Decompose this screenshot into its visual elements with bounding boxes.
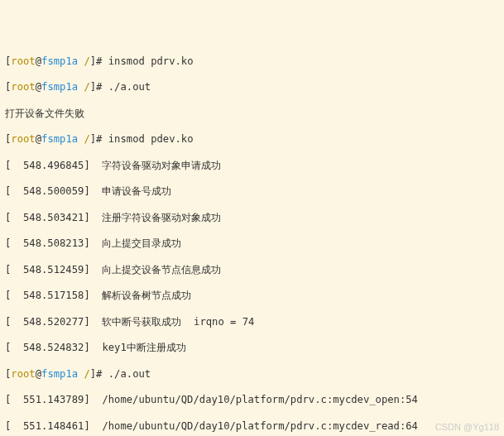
output-line: [ 548.496845] 字符设备驱动对象申请成功 <box>5 160 499 173</box>
prompt-at: @ <box>36 368 41 380</box>
command-text[interactable]: insmod pdrv.ko <box>108 55 194 67</box>
terminal-line: [root@fsmp1a /]# ./a.out <box>5 81 499 94</box>
prompt-path: / <box>78 368 90 380</box>
command-text[interactable]: insmod pdev.ko <box>108 133 194 145</box>
output-line: [ 548.512459] 向上提交设备节点信息成功 <box>5 264 499 277</box>
prompt-close: ]# <box>90 81 108 93</box>
output-line: [ 551.148461] /home/ubuntu/QD/day10/plat… <box>5 420 499 434</box>
output-line: [ 548.520277] 软中断号获取成功 irqno = 74 <box>5 316 499 329</box>
prompt-path: / <box>78 55 90 67</box>
prompt-path: / <box>78 81 90 93</box>
output-line: [ 551.143789] /home/ubuntu/QD/day10/plat… <box>5 394 499 407</box>
prompt-user: root <box>11 81 35 93</box>
watermark-text: CSDN @Yg118 <box>435 421 499 433</box>
terminal-line: [root@fsmp1a /]# insmod pdrv.ko <box>5 55 499 69</box>
output-line: [ 548.503421] 注册字符设备驱动对象成功 <box>5 212 499 225</box>
prompt-host: fsmp1a <box>41 55 78 67</box>
prompt-at: @ <box>36 55 41 67</box>
prompt-host: fsmp1a <box>41 81 78 93</box>
command-text[interactable]: ./a.out <box>108 368 151 380</box>
terminal-line: [root@fsmp1a /]# insmod pdev.ko <box>5 133 499 146</box>
prompt-close: ]# <box>90 55 108 67</box>
prompt-user: root <box>11 368 35 380</box>
prompt-user: root <box>11 133 35 145</box>
prompt-at: @ <box>36 81 41 93</box>
output-line: 打开设备文件失败 <box>5 108 499 121</box>
prompt-path: / <box>78 133 90 145</box>
prompt-user: root <box>11 55 35 67</box>
prompt-close: ]# <box>90 368 108 380</box>
output-line: [ 548.508213] 向上提交目录成功 <box>5 237 499 251</box>
terminal-line: [root@fsmp1a /]# ./a.out <box>5 368 499 381</box>
prompt-at: @ <box>36 133 41 145</box>
prompt-host: fsmp1a <box>41 133 78 145</box>
prompt-close: ]# <box>90 133 108 145</box>
command-text[interactable]: ./a.out <box>108 81 151 93</box>
output-line: [ 548.517158] 解析设备树节点成功 <box>5 290 499 303</box>
output-line: [ 548.500059] 申请设备号成功 <box>5 185 499 199</box>
prompt-host: fsmp1a <box>41 368 78 380</box>
output-line: [ 548.524832] key1中断注册成功 <box>5 342 499 355</box>
